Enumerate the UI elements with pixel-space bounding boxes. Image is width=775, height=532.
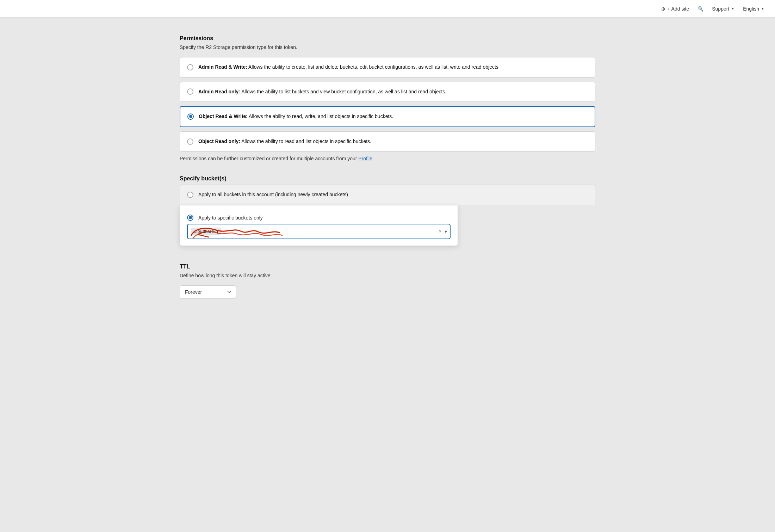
permissions-note: Permissions can be further customized or… xyxy=(180,156,595,161)
permission-label-admin-ro: Admin Read only: Allows the ability to l… xyxy=(198,88,446,95)
permission-label-object-rw: Object Read & Write: Allows the ability … xyxy=(199,113,393,120)
radio-object-ro[interactable] xyxy=(187,138,193,145)
main-container: Permissions Specify the R2 Storage permi… xyxy=(151,18,624,316)
ttl-description: Define how long this token will stay act… xyxy=(180,273,595,278)
search-icon: 🔍 xyxy=(698,6,703,12)
bucket-popup-box: Apply to specific buckets only cloudflar… xyxy=(180,205,458,246)
search-button[interactable]: 🔍 xyxy=(698,6,703,12)
ttl-select-wrapper: Forever 1 day 7 days 30 days 90 days 1 y… xyxy=(180,285,595,299)
bucket-input-actions: × ▾ xyxy=(439,229,447,234)
specify-buckets-section: Specify bucket(s) Apply to all buckets i… xyxy=(180,175,595,246)
specify-buckets-title: Specify bucket(s) xyxy=(180,175,595,182)
ttl-section: TTL Define how long this token will stay… xyxy=(180,264,595,299)
bucket-input-wrapper: cloudflare-d × xyxy=(187,224,451,239)
bucket-option-all[interactable]: Apply to all buckets in this account (in… xyxy=(180,185,595,205)
add-site-icon: ⊕ xyxy=(661,6,665,12)
ttl-select[interactable]: Forever 1 day 7 days 30 days 90 days 1 y… xyxy=(180,285,236,299)
bucket-label-specific: Apply to specific buckets only xyxy=(198,215,263,221)
ttl-title: TTL xyxy=(180,264,595,270)
bucket-label-all: Apply to all buckets in this account (in… xyxy=(198,191,348,198)
radio-admin-ro[interactable] xyxy=(187,88,193,95)
permission-option-object-ro[interactable]: Object Read only: Allows the ability to … xyxy=(180,131,595,152)
support-chevron-icon: ▼ xyxy=(731,7,734,11)
language-dropdown[interactable]: English ▼ xyxy=(743,6,764,12)
add-site-button[interactable]: ⊕ + Add site xyxy=(661,6,689,12)
profile-link[interactable]: Profile xyxy=(358,156,372,161)
radio-specific-buckets[interactable] xyxy=(187,215,193,221)
support-dropdown[interactable]: Support ▼ xyxy=(712,6,734,12)
radio-admin-rw[interactable] xyxy=(187,64,193,70)
permissions-description: Specify the R2 Storage permission type f… xyxy=(180,44,595,50)
permissions-section: Permissions Specify the R2 Storage permi… xyxy=(180,35,595,161)
bucket-option-specific[interactable]: Apply to specific buckets only xyxy=(187,212,451,224)
permission-option-admin-rw[interactable]: Admin Read & Write: Allows the ability t… xyxy=(180,57,595,78)
bucket-dropdown-button[interactable]: ▾ xyxy=(445,229,447,234)
bucket-tag: cloudflare-d xyxy=(191,228,221,235)
permission-option-object-rw[interactable]: Object Read & Write: Allows the ability … xyxy=(180,106,595,127)
chevron-down-icon: ▾ xyxy=(445,229,447,234)
language-chevron-icon: ▼ xyxy=(761,7,764,11)
permission-label-object-ro: Object Read only: Allows the ability to … xyxy=(198,138,371,145)
bucket-input-field[interactable]: cloudflare-d xyxy=(187,224,451,239)
topbar: ⊕ + Add site 🔍 Support ▼ English ▼ xyxy=(0,0,775,18)
radio-all-buckets[interactable] xyxy=(187,192,193,198)
permission-option-admin-ro[interactable]: Admin Read only: Allows the ability to l… xyxy=(180,82,595,102)
permission-label-admin-rw: Admin Read & Write: Allows the ability t… xyxy=(198,64,498,71)
permissions-title: Permissions xyxy=(180,35,595,42)
bucket-tag-text: cloudflare-d xyxy=(191,228,221,235)
bucket-tag-area: cloudflare-d xyxy=(191,228,436,235)
bucket-clear-button[interactable]: × xyxy=(439,229,442,234)
radio-object-rw[interactable] xyxy=(187,113,194,120)
